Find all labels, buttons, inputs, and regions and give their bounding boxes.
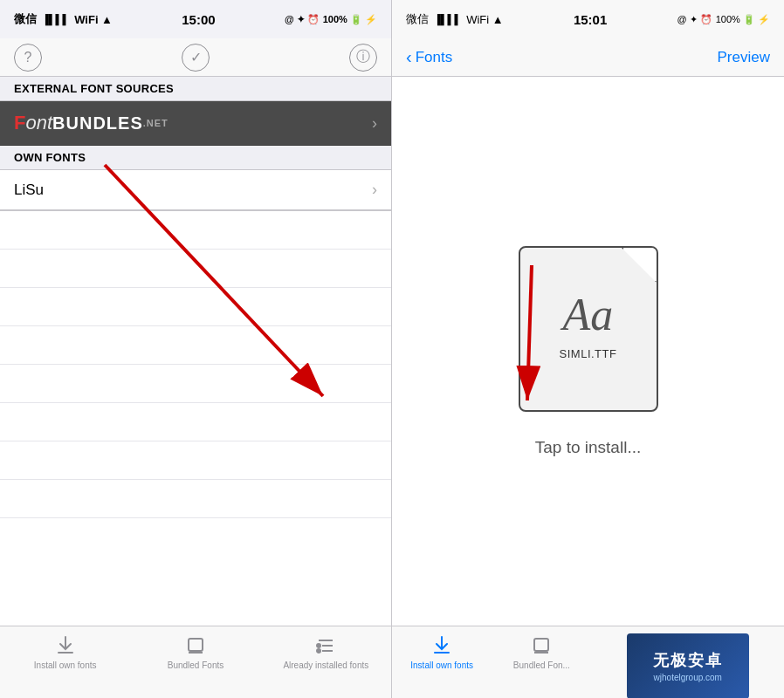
location-icon-left: @ ✦ ⏰ [285,14,320,25]
font-list-item-lisu[interactable]: LiSu › [0,170,391,210]
svg-rect-9 [534,639,548,651]
preview-button[interactable]: Preview [718,49,770,66]
battery-left: 100% 🔋 ⚡ [323,14,377,25]
font-file-name: SIMLI.TTF [560,347,617,360]
download-icon-right-active [430,633,454,658]
empty-row-2 [0,250,391,288]
tab-already-installed-label-left: Already installed fonts [283,660,368,671]
external-font-sources-header: External Font Sources [0,77,391,101]
empty-row-4 [0,326,391,365]
own-fonts-header: Own Fonts [0,146,391,170]
signal-bars-left: ▐▌▌▌ [42,14,69,24]
empty-row-7 [0,441,391,480]
tab-bundled-label-right: Bundled Fon... [513,660,570,671]
carrier-right: 微信 [406,11,429,27]
question-button[interactable]: ? [14,44,42,72]
tab-install-own-label-right: Install own fonts [410,660,473,671]
font-sample-text: Aa [563,289,614,340]
tab-bundled-fonts-right[interactable]: Bundled Fon... [492,633,591,671]
font-bundles-row[interactable]: Font BUNDLES .NET › [0,101,391,146]
font-bundles-logo: Font BUNDLES .NET [14,112,168,134]
logo-net-text: .NET [143,118,168,128]
svg-rect-0 [189,639,203,651]
font-file-icon: Aa SIMLI.TTF [519,246,658,412]
tab-bar-left: Install own fonts Bundled Fonts [0,626,391,698]
tab-bundled-label-left: Bundled Fonts [168,660,224,671]
font-file-body: Aa SIMLI.TTF [519,246,658,412]
font-preview-area: Aa SIMLI.TTF Tap to install... [392,77,784,626]
watermark-url: wjhotelgroup.com [654,673,722,682]
bundled-icon-left [183,633,208,658]
nav-bar-right: ‹ Fonts Preview [392,38,784,77]
tab-bundled-fonts-left[interactable]: Bundled Fonts [130,633,260,671]
watermark-area: 无极安卓 wjhotelgroup.com [592,633,785,698]
wifi-icon-left: WiFi ▲ [74,13,113,26]
time-left: 15:00 [182,12,215,27]
wifi-icon-right: WiFi ▲ [466,13,503,26]
bundled-icon-right [529,633,554,658]
empty-list-area [0,210,391,626]
logo-bundles-text: BUNDLES [52,113,143,133]
back-chevron-icon: ‹ [406,47,412,67]
info-button[interactable]: ⓘ [349,44,377,72]
check-button[interactable]: ✓ [182,44,210,72]
tab-bar-right: Install own fonts Bundled Fon... 无极安卓 wj… [392,626,784,698]
font-file-corner [622,248,657,283]
empty-row-8 [0,480,391,518]
status-bar-right: 微信 ▐▌▌▌ WiFi ▲ 15:01 @ ✦ ⏰ 100% 🔋 ⚡ [392,0,784,38]
time-right: 15:01 [574,12,607,27]
back-button[interactable]: ‹ Fonts [406,47,452,67]
logo-font-text: Font [14,112,52,134]
tap-to-install-text[interactable]: Tap to install... [535,438,641,457]
location-icon-right: @ ✦ ⏰ [677,14,712,25]
signal-bars-right: ▐▌▌▌ [434,14,461,24]
font-name-lisu: LiSu [14,181,44,199]
installed-icon-left [313,633,338,658]
empty-row-6 [0,403,391,441]
nav-bar-left: ? ✓ ⓘ [0,38,391,77]
lisu-chevron: › [372,181,377,199]
tab-install-own-fonts-right[interactable]: Install own fonts [392,633,492,671]
empty-row-5 [0,365,391,403]
download-icon-left [53,633,78,658]
empty-row-1 [0,211,391,250]
back-label: Fonts [416,49,453,66]
svg-point-3 [317,644,320,647]
status-bar-left: 微信 ▐▌▌▌ WiFi ▲ 15:00 @ ✦ ⏰ 100% 🔋 ⚡ [0,0,391,38]
tab-install-own-label-left: Install own fonts [34,660,97,671]
battery-right: 100% 🔋 ⚡ [716,14,770,25]
font-bundles-chevron: › [372,114,377,133]
tab-already-installed-left[interactable]: Already installed fonts [261,633,391,671]
tab-install-own-fonts-left[interactable]: Install own fonts [0,633,130,671]
carrier-left: 微信 [14,11,37,27]
watermark-logo: 无极安卓 [653,650,723,671]
svg-point-5 [317,649,320,653]
empty-row-3 [0,288,391,326]
